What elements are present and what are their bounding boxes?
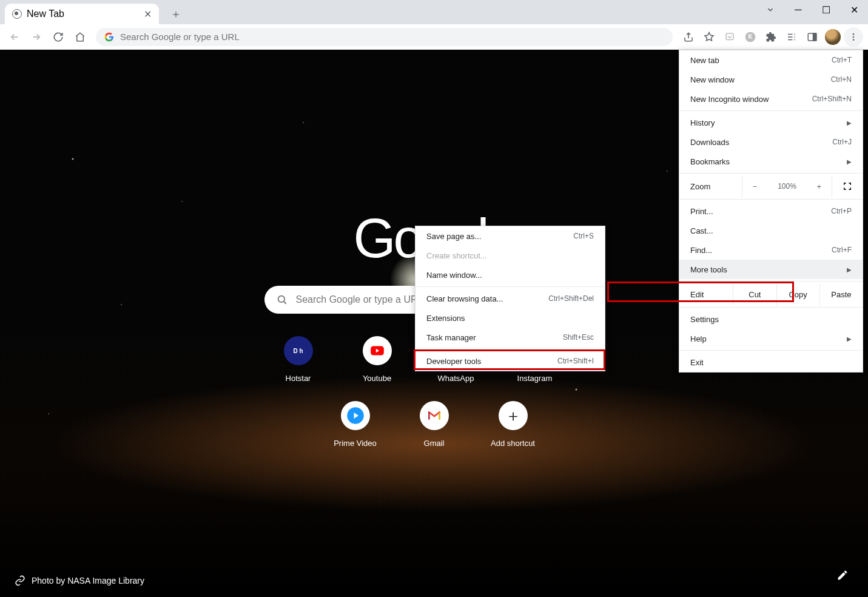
minimize-button[interactable]: ─ [784,0,812,19]
submenu-task-manager[interactable]: Task managerShift+Esc [415,328,605,347]
submenu-save-page[interactable]: Save page as...Ctrl+S [415,226,605,246]
submenu-extensions[interactable]: Extensions [415,308,605,328]
share-icon[interactable] [679,27,698,47]
add-icon: ＋ [499,401,528,430]
zoom-out-button[interactable]: − [753,182,758,191]
prime-video-icon [341,401,370,430]
shortcut-add[interactable]: ＋Add shortcut [479,401,547,448]
bookmark-star-icon[interactable] [699,27,719,47]
close-window-button[interactable]: ✕ [840,0,868,19]
shortcut-hotstar[interactable]: D hHotstar [264,336,332,383]
window-dropdown-icon[interactable] [756,0,784,19]
customize-button[interactable] [832,564,853,586]
youtube-icon [363,336,392,365]
more-tools-submenu: Save page as...Ctrl+S Create shortcut...… [415,226,605,371]
omnibox-input[interactable] [120,32,664,42]
extension-k-icon[interactable]: K [741,27,760,47]
submenu-dev-tools[interactable]: Developer toolsCtrl+Shift+I [415,351,605,371]
svg-point-8 [278,296,284,303]
credit-link[interactable]: Photo by NASA Image Library [32,576,144,585]
menu-edit-row: Edit Cut Copy Paste [679,283,863,305]
svg-point-6 [853,36,855,38]
address-bar[interactable] [96,28,673,46]
menu-edit-label: Edit [679,283,733,305]
svg-point-5 [853,33,855,35]
google-icon [104,32,114,42]
menu-zoom: Zoom − 100% + [679,175,863,197]
fullscreen-button[interactable] [832,182,863,191]
browser-tab[interactable]: New Tab ✕ [5,4,159,24]
new-tab-button[interactable]: ＋ [167,5,184,22]
window-controls: ─ ☐ ✕ [756,0,868,19]
toolbar-actions: K [679,27,863,47]
zoom-value: 100% [778,182,796,191]
menu-settings[interactable]: Settings [679,309,863,329]
shortcut-primevideo[interactable]: Prime Video [321,401,389,448]
home-button[interactable] [70,27,90,47]
menu-find[interactable]: Find...Ctrl+F [679,240,863,260]
background-credit: Photo by NASA Image Library [15,575,144,586]
menu-exit[interactable]: Exit [679,352,863,372]
forward-button[interactable] [27,27,46,47]
submenu-clear-browsing[interactable]: Clear browsing data...Ctrl+Shift+Del [415,289,605,308]
submenu-name-window[interactable]: Name window... [415,265,605,285]
zoom-in-button[interactable]: + [817,182,822,191]
submenu-create-shortcut: Create shortcut... [415,246,605,265]
gmail-icon [420,401,449,430]
hotstar-icon: D h [284,336,313,365]
menu-paste[interactable]: Paste [820,283,863,305]
menu-incognito[interactable]: New Incognito windowCtrl+Shift+N [679,89,863,109]
menu-cast[interactable]: Cast... [679,221,863,240]
menu-new-tab[interactable]: New tabCtrl+T [679,50,863,70]
chrome-main-menu: New tabCtrl+T New windowCtrl+N New Incog… [679,50,863,373]
shortcut-youtube[interactable]: Youtube [343,336,411,383]
maximize-button[interactable]: ☐ [812,0,840,19]
side-panel-icon[interactable] [802,27,822,47]
svg-text:K: K [748,33,753,40]
back-button[interactable] [5,27,24,47]
menu-new-window[interactable]: New windowCtrl+N [679,70,863,89]
profile-avatar[interactable] [823,27,843,47]
svg-point-7 [853,39,855,41]
tab-close-icon[interactable]: ✕ [144,8,152,20]
link-icon [15,575,25,586]
menu-history[interactable]: History▶ [679,113,863,132]
svg-rect-0 [726,33,733,40]
toolbar: K [0,24,868,50]
search-icon [277,294,288,305]
menu-downloads[interactable]: DownloadsCtrl+J [679,132,863,152]
extension-pocket-icon[interactable] [720,27,739,47]
menu-cut[interactable]: Cut [733,283,776,305]
menu-copy[interactable]: Copy [777,283,820,305]
extensions-puzzle-icon[interactable] [761,27,781,47]
main-menu-button[interactable] [844,27,863,47]
tab-favicon [12,9,22,19]
shortcut-gmail[interactable]: Gmail [400,401,468,448]
tab-title: New Tab [27,8,64,19]
menu-help[interactable]: Help▶ [679,329,863,348]
reading-list-icon[interactable] [782,27,801,47]
menu-bookmarks[interactable]: Bookmarks▶ [679,152,863,171]
svg-rect-4 [813,33,816,41]
menu-more-tools[interactable]: More tools▶ [679,260,863,279]
reload-button[interactable] [49,27,68,47]
menu-print[interactable]: Print...Ctrl+P [679,201,863,221]
title-bar: New Tab ✕ ＋ ─ ☐ ✕ [0,0,868,24]
